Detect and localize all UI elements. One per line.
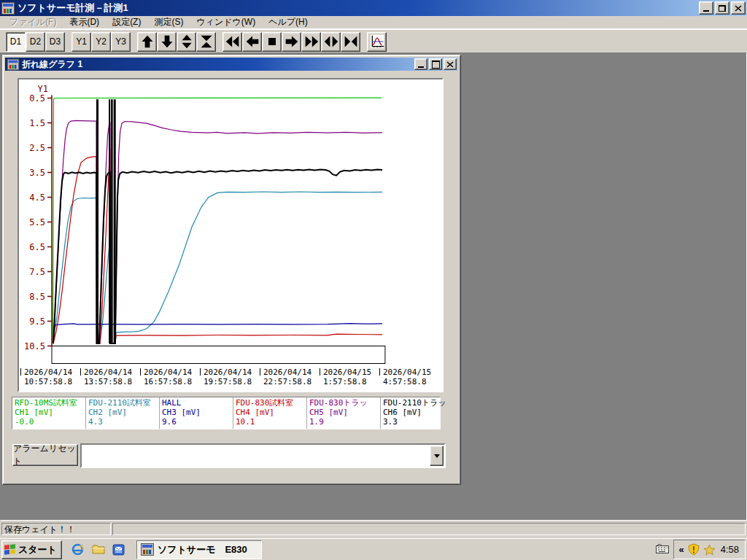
x-axis-label: 2026/04/1413:57:58.8 [80, 368, 140, 386]
task-button-label: ソフトサーモ E830 [158, 543, 247, 556]
toolbar-d3-button[interactable]: D3 [45, 32, 65, 52]
status-message: 保存ウェイト！！ [1, 523, 111, 535]
menu-settings[interactable]: 設定(Z) [106, 15, 147, 29]
close-icon [735, 5, 742, 12]
toolbar-d1-button[interactable]: D1 [6, 32, 26, 52]
svg-text:Y1: Y1 [38, 84, 48, 94]
folder-icon[interactable] [91, 542, 106, 557]
alarm-combo-dropdown-button[interactable] [430, 446, 444, 466]
step-left-icon [245, 34, 260, 49]
legend-channel-1: RFD-10MS試料室 CH1 [mV] -0.0 [12, 397, 86, 429]
start-button[interactable]: スタート [1, 540, 62, 559]
fast-forward-button[interactable] [301, 32, 321, 52]
x-axis-label: 2026/04/1419:57:58.8 [200, 368, 260, 386]
expand-vertical-icon [179, 34, 194, 49]
x-axis-label: 2026/04/1410:57:58.8 [20, 368, 80, 386]
windows-logo-icon [4, 544, 16, 556]
graph-window-titlebar[interactable]: 折れ線グラフ 1 [5, 58, 458, 71]
legend-channel-6: FDU-2110トラッ CH6 [mV] 3.3 [381, 397, 454, 429]
task-button-softthermo[interactable]: ソフトサーモ E830 [136, 540, 262, 559]
svg-text:1.5: 1.5 [29, 118, 45, 128]
legend-channel-5: FDU-830トラッ CH5 [mV] 1.9 [307, 397, 381, 429]
keyboard-ime-icon[interactable] [656, 544, 669, 556]
alarm-reset-button[interactable]: アラームリセット [12, 444, 78, 466]
x-axis-label: 2026/04/154:57:58.8 [379, 368, 439, 386]
chart-settings-button[interactable] [367, 32, 387, 52]
menu-bar: ファイル(F) 表示(D) 設定(Z) 測定(S) ウィンドウ(W) ヘルプ(H… [0, 16, 747, 29]
chevron-down-icon [434, 454, 440, 458]
svg-text:7.5: 7.5 [29, 267, 45, 277]
svg-text:5.5: 5.5 [29, 217, 45, 228]
stop-icon [265, 34, 279, 49]
star-icon[interactable] [703, 544, 716, 556]
chart-panel: 0.51.52.53.54.55.56.57.58.59.510.5Y1 202… [18, 78, 444, 392]
tray-expand-chevron[interactable]: « [678, 544, 684, 555]
menu-window[interactable]: ウィンドウ(W) [190, 15, 262, 29]
toolbar-y2-button[interactable]: Y2 [91, 32, 111, 52]
taskbar: スタート ソフトサーモ E830 « [0, 538, 747, 560]
channel-legend: RFD-10MS試料室 CH1 [mV] -0.0 FDU-2110試料室 CH… [12, 397, 441, 429]
x-axis-label: 2026/04/1416:57:58.8 [140, 368, 200, 386]
security-shield-icon[interactable] [688, 543, 700, 556]
pan-up-icon [140, 34, 155, 49]
legend-channel-2: FDU-2110試料室 CH2 [mV] 4.3 [86, 397, 160, 429]
step-left-button[interactable] [242, 32, 262, 52]
task-app-icon [141, 543, 154, 556]
graph-close-button[interactable] [444, 58, 457, 70]
menu-file[interactable]: ファイル(F) [3, 15, 63, 29]
graph-maximize-button[interactable] [429, 58, 442, 70]
x-axis-labels: 2026/04/1410:57:58.82026/04/1413:57:58.8… [20, 368, 442, 386]
step-right-button[interactable] [282, 32, 301, 52]
main-titlebar[interactable]: ソフトサーモ計測－計測1 [0, 0, 747, 16]
compress-horizontal-button[interactable] [341, 32, 360, 52]
rewind-icon [225, 34, 240, 49]
window-title: ソフトサーモ計測－計測1 [18, 1, 128, 15]
main-window: ソフトサーモ計測－計測1 ファイル(F) 表示(D) 設定(Z) 測定(S) ウ… [0, 0, 747, 538]
graph-maximize-icon [432, 61, 440, 69]
fast-forward-icon [304, 34, 319, 49]
graph-window-icon [7, 58, 19, 69]
minimize-button[interactable] [699, 1, 713, 15]
rewind-button[interactable] [222, 32, 242, 52]
close-button[interactable] [731, 1, 746, 15]
alarm-combobox[interactable] [80, 443, 446, 468]
compress-horizontal-icon [344, 34, 358, 49]
graph-close-icon [446, 61, 454, 68]
line-chart: 0.51.52.53.54.55.56.57.58.59.510.5Y1 [19, 79, 439, 368]
status-bar: 保存ウェイト！！ [0, 521, 747, 537]
x-axis-label: 2026/04/151:57:58.8 [320, 368, 379, 386]
pan-down-button[interactable] [157, 32, 177, 52]
quick-launch [71, 542, 126, 557]
x-axis-label: 2026/04/1422:57:58.8 [260, 368, 320, 386]
expand-vertical-button[interactable] [177, 32, 196, 52]
graph-minimize-button[interactable] [414, 58, 427, 70]
start-label: スタート [18, 543, 57, 556]
alarm-combo-value [85, 449, 428, 461]
svg-text:10.5: 10.5 [24, 341, 45, 351]
graph-window: 折れ線グラフ 1 0.51.52.53.54.55.56.57.58.59.51… [2, 55, 461, 485]
stop-button[interactable] [262, 32, 282, 52]
step-right-icon [285, 34, 299, 49]
svg-text:0.5: 0.5 [29, 93, 45, 104]
menu-help[interactable]: ヘルプ(H) [262, 15, 314, 29]
menu-measure[interactable]: 測定(S) [147, 15, 190, 29]
mail-app-icon[interactable] [112, 542, 126, 557]
app-icon [1, 2, 15, 15]
menu-view[interactable]: 表示(D) [63, 15, 106, 29]
taskbar-clock: 4:58 [721, 544, 739, 555]
toolbar-y1-button[interactable]: Y1 [71, 32, 91, 52]
compress-vertical-button[interactable] [196, 32, 216, 52]
toolbar-d2-button[interactable]: D2 [26, 32, 45, 52]
toolbar-y3-button[interactable]: Y3 [111, 32, 131, 52]
graph-minimize-icon [418, 66, 424, 68]
restore-button[interactable] [715, 1, 729, 15]
status-panel-empty [112, 523, 746, 535]
browser-icon[interactable] [71, 542, 85, 557]
pan-up-button[interactable] [137, 32, 157, 52]
system-tray: « 4:58 [673, 540, 746, 559]
svg-text:2.5: 2.5 [29, 143, 45, 153]
expand-horizontal-button[interactable] [321, 32, 341, 52]
svg-text:3.5: 3.5 [29, 168, 45, 178]
minimize-icon [703, 10, 709, 12]
svg-text:6.5: 6.5 [29, 242, 45, 252]
